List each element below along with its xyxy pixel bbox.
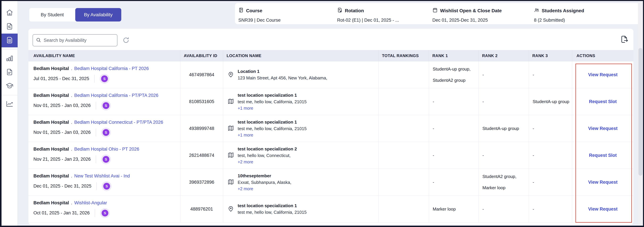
availability-link[interactable]: Bedlam Hospital California - PT/PTA 2026: [74, 93, 158, 98]
name-separator: .: [71, 174, 72, 179]
wishlist-dates-value: Dec 01, 2025-Dec 31, 2025: [432, 18, 502, 23]
meta-divider: [96, 182, 97, 190]
map-icon: [227, 178, 234, 186]
availability-id: 488976201: [190, 206, 213, 212]
table-row: Bedlam Hospital . Bedlam Hospital Ohio -…: [28, 142, 634, 169]
student-badge: S: [101, 101, 111, 110]
availability-link[interactable]: Bedlam Hospital Connecticut - PT/PTA 202…: [74, 120, 163, 125]
action-link[interactable]: Request Slot: [589, 99, 616, 104]
hospital-name: Bedlam Hospital: [34, 66, 69, 71]
table-row: Bedlam Hospital . Bedlam Hospital Califo…: [28, 88, 634, 115]
refresh-button[interactable]: [122, 36, 130, 44]
location-text: test location specialization 1 test me, …: [238, 120, 306, 138]
course-value: SNR39 | Dec Course: [238, 18, 281, 23]
location-text: test location specialization 2 test, hel…: [238, 146, 297, 164]
home-icon: [6, 9, 14, 17]
rank-value: StudentA-up group,: [433, 67, 478, 72]
hospital-name: Bedlam Hospital: [34, 120, 69, 125]
more-locations-link[interactable]: +1 more: [238, 106, 306, 111]
export-button[interactable]: [620, 35, 628, 44]
location-text: test location specialization 1 test me, …: [238, 93, 306, 111]
availability-dates: Nov 01, 2025 - Jan 03, 2026: [34, 130, 91, 135]
search-icon: [36, 37, 41, 44]
column-header-rank-3: RANK 3: [529, 50, 572, 62]
action-link[interactable]: View Request: [588, 206, 618, 212]
total-rankings-cell: [378, 196, 429, 222]
sidebar-item-analytics[interactable]: [1, 98, 18, 111]
sidebar-item-wishlist[interactable]: [1, 34, 18, 47]
action-link[interactable]: View Request: [588, 180, 618, 185]
actions-cell: View Request: [572, 169, 634, 196]
student-badge: S: [101, 154, 111, 164]
more-locations-link[interactable]: +2 more: [238, 186, 291, 191]
location-address: test, hello low, Connecticut,: [238, 153, 297, 158]
rank-value: -: [533, 153, 572, 158]
rank-value: -: [533, 72, 572, 77]
availability-meta-line: Oct 01, 2025 - Jan 31, 2026 S: [34, 208, 180, 218]
sidebar-item-document-search[interactable]: [1, 20, 18, 34]
export-icon: [620, 41, 628, 44]
more-locations-link[interactable]: +1 more: [238, 133, 306, 138]
rank-3-cell: StudentA-up group: [529, 88, 572, 115]
info-wishlist-dates: Wishlist Open & Close Date Dec 01, 2025-…: [432, 3, 502, 24]
rank-value: -: [533, 180, 572, 185]
total-rankings-cell: [378, 115, 429, 142]
rank-value: -: [433, 126, 478, 131]
rank-value: Marker loop: [482, 185, 528, 190]
availability-meta-line: Dec 01, 2025 - Dec 31, 2025 S: [34, 181, 180, 191]
rank-2-cell: StudentA2 group,Marker loop: [479, 169, 529, 196]
tab-by-availability[interactable]: By Availability: [75, 8, 121, 22]
availability-id-cell: 8108531605: [180, 88, 223, 115]
sidebar-item-bar-chart[interactable]: [1, 52, 18, 66]
availability-title-line: Bedlam Hospital . Bedlam Hospital Ohio -…: [34, 146, 180, 152]
more-locations-link[interactable]: +2 more: [238, 160, 297, 164]
table-row: Bedlam Hospital . Wishlist-Angular Oct 0…: [28, 196, 634, 223]
action-link[interactable]: View Request: [588, 126, 618, 131]
rank-1-cell: -: [429, 142, 479, 168]
availability-link[interactable]: Bedlam Hospital California - PT 2026: [74, 66, 149, 71]
column-header-total-rankings: TOTAL RANKINGS: [378, 50, 429, 62]
graduation-cap-icon: [6, 82, 14, 90]
availability-link[interactable]: New Test Wishlist Avai - Ind: [74, 174, 130, 179]
map-pin-icon: [227, 205, 234, 213]
availability-name-cell: Bedlam Hospital . Bedlam Hospital Califo…: [28, 62, 180, 88]
scrollbar-thumb[interactable]: [638, 48, 642, 176]
name-separator: .: [71, 146, 72, 152]
availability-name-cell: Bedlam Hospital . Wishlist-Angular Oct 0…: [28, 196, 180, 222]
action-link[interactable]: View Request: [588, 72, 618, 78]
total-rankings-cell: [378, 142, 429, 168]
column-header-availability-name: AVAILABILITY NAME: [28, 50, 180, 62]
sidebar-item-home[interactable]: [1, 6, 18, 20]
tab-by-student[interactable]: By Student: [29, 8, 75, 22]
student-badge-letter: S: [103, 156, 109, 163]
info-label: Course: [246, 8, 262, 14]
total-rankings-cell: [378, 62, 429, 88]
rank-2-cell: -: [479, 88, 529, 115]
column-header-rank-1: RANK 1: [429, 50, 479, 62]
meta-divider: [94, 75, 94, 82]
search-input[interactable]: [44, 38, 114, 43]
table-body: Bedlam Hospital . Bedlam Hospital Califo…: [28, 62, 634, 223]
sidebar-item-courses[interactable]: [1, 79, 18, 93]
map-icon: [227, 152, 234, 159]
availability-dates: Nov 01, 2025 - Jan 03, 2026: [34, 103, 91, 108]
meta-divider: [96, 156, 96, 163]
action-link[interactable]: Request Slot: [589, 153, 616, 158]
availability-meta-line: Nov 01, 2025 - Jan 03, 2026 S: [34, 128, 180, 137]
availability-title-line: Bedlam Hospital . New Test Wishlist Avai…: [34, 174, 180, 179]
availability-link[interactable]: Wishlist-Angular: [74, 200, 107, 206]
availability-link[interactable]: Bedlam Hospital Ohio - PT 2026: [74, 146, 139, 152]
location-title: test location specialization 1: [238, 93, 306, 98]
sidebar-divider: [1, 95, 18, 95]
availability-id-cell: 4674987864: [180, 62, 223, 88]
sidebar-item-document[interactable]: [1, 66, 18, 79]
rank-value: -: [533, 126, 572, 131]
availability-title-line: Bedlam Hospital . Wishlist-Angular: [34, 200, 180, 206]
rank-3-cell: -: [529, 196, 572, 222]
hospital-name: Bedlam Hospital: [34, 93, 69, 98]
location-cell: Location 1 123 Main Street, Apt 456, New…: [223, 62, 378, 88]
rank-1-cell: StudentA-up group,StudentA2 group: [429, 62, 479, 88]
availability-id-cell: 3969372896: [180, 169, 223, 196]
meta-divider: [96, 102, 96, 110]
column-header-availability-id: AVAILABILITY ID: [180, 50, 223, 62]
